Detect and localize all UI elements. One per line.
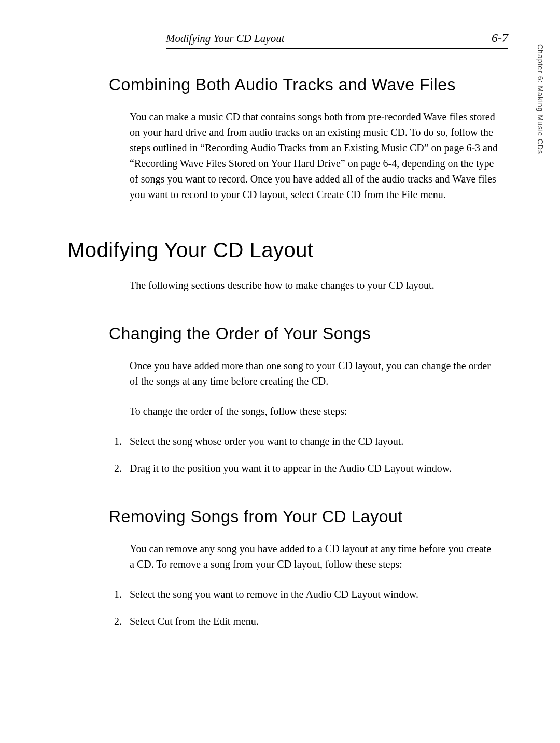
list-number: 2. bbox=[114, 460, 130, 476]
list-content: Drag it to the position you want it to a… bbox=[130, 460, 498, 476]
section3-step-1: 1. Select the song you want to remove in… bbox=[114, 586, 498, 602]
page-number: 6-7 bbox=[492, 31, 508, 45]
list-number: 1. bbox=[114, 433, 130, 449]
list-content: Select the song whose order you want to … bbox=[130, 433, 498, 449]
list-content: Select Cut from the Edit menu. bbox=[130, 613, 498, 629]
list-number: 2. bbox=[114, 613, 130, 629]
section2-body2: To change the order of the songs, follow… bbox=[130, 403, 498, 419]
page-header: Modifying Your CD Layout 6-7 bbox=[166, 31, 508, 49]
section-heading-combining: Combining Both Audio Tracks and Wave Fil… bbox=[109, 75, 508, 94]
section3-body: You can remove any song you have added t… bbox=[130, 541, 498, 572]
main-intro: The following sections describe how to m… bbox=[130, 277, 498, 293]
section-heading-changing-order: Changing the Order of Your Songs bbox=[109, 324, 508, 343]
section-heading-removing-songs: Removing Songs from Your CD Layout bbox=[109, 507, 508, 526]
section2-step-2: 2. Drag it to the position you want it t… bbox=[114, 460, 498, 476]
list-content: Select the song you want to remove in th… bbox=[130, 586, 498, 602]
header-title: Modifying Your CD Layout bbox=[166, 32, 285, 45]
section3-step-2: 2. Select Cut from the Edit menu. bbox=[114, 613, 498, 629]
side-chapter-label: Chapter 6: Making Music CDs bbox=[536, 44, 544, 155]
list-number: 1. bbox=[114, 586, 130, 602]
section1-body: You can make a music CD that contains so… bbox=[130, 109, 498, 202]
main-heading: Modifying Your CD Layout bbox=[67, 239, 508, 262]
section2-body1: Once you have added more than one song t… bbox=[130, 358, 498, 389]
section2-step-1: 1. Select the song whose order you want … bbox=[114, 433, 498, 449]
